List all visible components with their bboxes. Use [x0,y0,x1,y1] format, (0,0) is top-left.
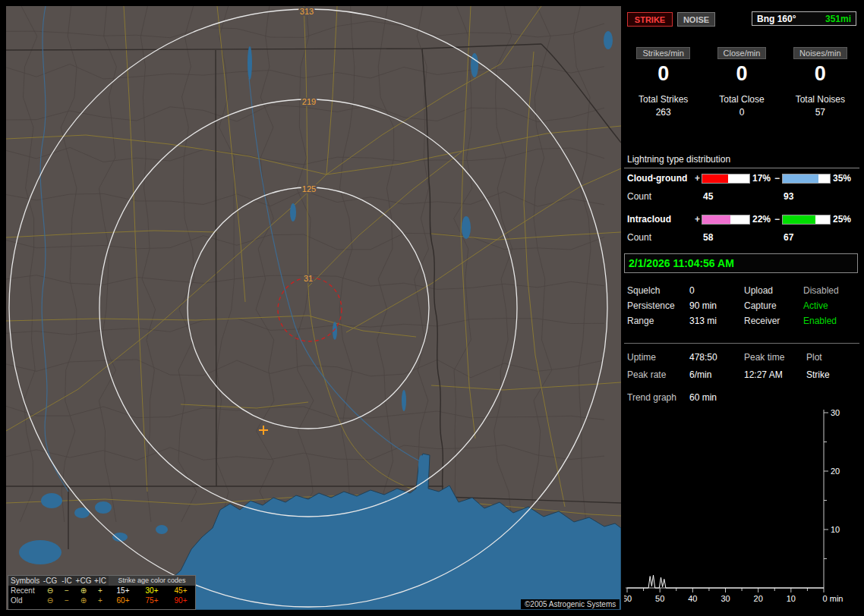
intracloud-row: Intracloud + 22% − 25% [624,214,859,225]
peak-rate-value: 6/min [689,369,711,380]
pos-ic-recent-icon: + [92,586,109,596]
minus-sign: − [774,214,780,225]
ic-negative-pct: 25% [833,214,851,225]
noises-per-min-value: 0 [781,62,859,85]
plus-sign: + [695,173,700,184]
legend-symbols-header: Symbols [8,576,42,586]
svg-text:60: 60 [624,594,632,603]
legend-col-neg-cg: -CG [42,576,58,586]
svg-text:10: 10 [831,525,840,534]
age-60: 60+ [109,596,137,605]
datetime-value: 2/1/2026 11:04:56 AM [625,257,734,269]
svg-text:40: 40 [688,594,697,603]
neg-ic-old-icon: − [58,596,75,605]
ic-positive-bar [702,215,750,225]
close-column: Close/min 0 Total Close 0 [702,47,780,118]
age-45: 45+ [166,586,195,596]
legend-header-row: Symbols -CG -IC +CG +IC Strike age color… [8,576,195,586]
total-noises-value: 57 [781,107,859,118]
total-close-value: 0 [702,107,780,118]
cg-negative-pct: 35% [833,173,851,184]
total-strikes-value: 263 [624,107,702,118]
svg-text:0 min: 0 min [823,594,844,603]
settings-row-3: Range 313 mi Receiver Enabled [624,316,859,327]
plot-value: Strike [806,369,830,380]
uptime-value: 478:50 [689,352,717,363]
peak-time-value: 12:27 AM [744,369,783,380]
total-strikes-label: Total Strikes [624,94,702,105]
cg-count-row: Count 45 93 [624,191,859,202]
svg-text:50: 50 [655,594,664,603]
bearing-value: 351mi [825,14,851,24]
range-ring-label-313: 313 [300,7,314,16]
legend-row-old: Old ⊖ − ⊕ + 60+ 75+ 90+ [8,596,195,605]
legend-col-pos-ic: +IC [92,576,109,586]
nexstorm-window: 313 219 125 31 Symbols -CG -IC +CG +IC S… [0,0,864,616]
bearing-label: Bng 160° [757,14,796,24]
cg-negative-count: 93 [784,191,793,202]
neg-cg-recent-icon: ⊖ [42,586,58,596]
bearing-display: Bng 160° 351mi [752,11,856,26]
noise-button[interactable]: NOISE [677,12,715,27]
strikes-per-min-value: 0 [624,62,702,85]
minus-sign: − [774,173,780,184]
settings-row-1: Squelch 0 Upload Disabled [624,285,859,297]
legend-col-pos-cg: +CG [75,576,92,586]
ic-negative-count: 67 [784,232,793,243]
stats-row-1: Uptime 478:50 Peak time Plot [624,352,859,363]
svg-text:30: 30 [831,408,840,417]
map-canvas: 313 219 125 31 [6,6,621,610]
legend-age-header: Strike age color codes [109,576,195,586]
age-75: 75+ [137,596,166,605]
stats-row-2: Peak rate 6/min 12:27 AM Strike [624,369,859,381]
neg-cg-old-icon: ⊖ [42,596,58,605]
divider [624,343,859,344]
capture-status: Active [803,300,828,311]
trend-window-value: 60 min [689,392,717,403]
svg-text:10: 10 [787,594,796,603]
range-ring-label-31: 31 [304,274,313,283]
datetime-display: 2/1/2026 11:04:56 AM [624,253,858,273]
distribution-title: Lightning type distribution [624,154,859,168]
cg-negative-bar [782,174,831,184]
cloud-ground-row: Cloud-ground + 17% − 35% [624,173,859,184]
pos-cg-old-icon: ⊕ [75,596,92,605]
range-ring-label-125: 125 [302,184,316,193]
neg-ic-recent-icon: − [58,586,75,596]
plus-sign: + [695,214,700,225]
ic-count-row: Count 58 67 [624,232,859,243]
ic-positive-count: 58 [703,232,713,243]
receiver-status: Enabled [803,316,837,326]
age-30: 30+ [137,586,166,596]
legend-row-recent: Recent ⊖ − ⊕ + 15+ 30+ 45+ [8,586,195,596]
strikes-column: Strikes/min 0 Total Strikes 263 [624,47,702,118]
legend-col-neg-ic: -IC [58,576,75,586]
pos-cg-recent-icon: ⊕ [75,586,92,596]
svg-text:30: 30 [721,594,730,603]
upload-status: Disabled [803,285,839,296]
total-close-label: Total Close [702,94,780,105]
svg-text:20: 20 [754,594,763,603]
cg-positive-count: 45 [703,191,713,202]
ic-positive-pct: 22% [752,214,771,225]
svg-text:20: 20 [831,467,840,476]
lightning-map[interactable]: 313 219 125 31 Symbols -CG -IC +CG +IC S… [6,6,621,610]
cg-positive-pct: 17% [752,173,771,184]
map-legend: Symbols -CG -IC +CG +IC Strike age color… [8,575,196,610]
ic-negative-bar [782,215,831,225]
range-ring-label-219: 219 [302,97,316,106]
age-90: 90+ [166,596,195,605]
close-per-min-header[interactable]: Close/min [717,47,767,59]
noises-column: Noises/min 0 Total Noises 57 [781,47,859,118]
trend-row: Trend graph 60 min [624,392,859,404]
strike-button[interactable]: STRIKE [627,12,673,27]
trend-graph: 1020306050403020100 min [624,407,859,610]
close-per-min-value: 0 [702,62,780,85]
strikes-per-min-header[interactable]: Strikes/min [636,47,689,59]
status-panel: STRIKE NOISE Bng 160° 351mi Strikes/min … [624,6,859,610]
rate-counters: Strikes/min 0 Total Strikes 263 Close/mi… [624,47,859,118]
noises-per-min-header[interactable]: Noises/min [793,47,847,59]
cg-positive-bar [702,174,750,184]
total-noises-label: Total Noises [781,94,859,105]
age-15: 15+ [109,586,137,596]
